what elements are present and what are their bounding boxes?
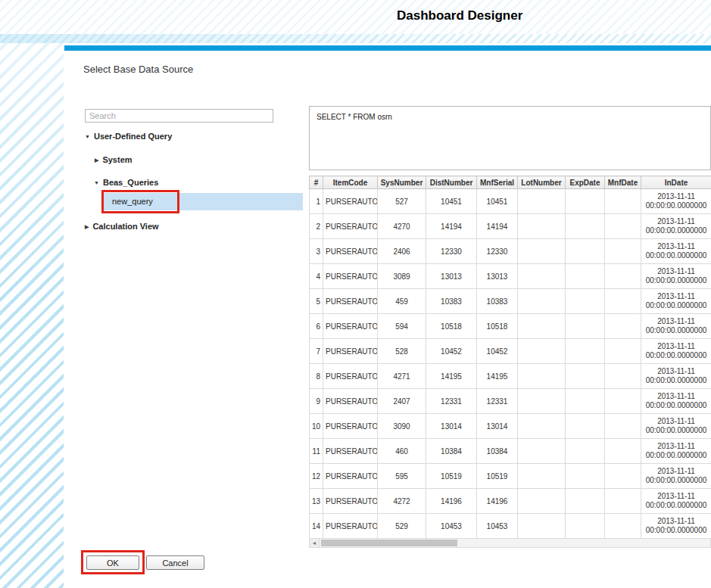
column-header-sysnumber[interactable]: SysNumber <box>378 176 426 189</box>
tree-item-user-defined-query[interactable]: ▼User-Defined Query <box>85 132 172 141</box>
cell-sysnumber: 595 <box>378 464 426 489</box>
table-row[interactable]: 1PURSERAUTO52710451104512013-11-1100:00:… <box>310 189 711 214</box>
horizontal-scrollbar[interactable]: ◄ <box>309 538 711 548</box>
cell-distnumber: 12330 <box>426 239 477 264</box>
tree-item-calculation-view[interactable]: ▶Calculation View <box>85 222 159 231</box>
column-header-row-number[interactable]: # <box>310 176 323 189</box>
table-row[interactable]: 13PURSERAUTO427214196141962013-11-1100:0… <box>310 489 711 514</box>
app-header: Dashboard Designer <box>0 0 711 34</box>
dialog-title: Select Base Data Source <box>83 64 193 75</box>
cell-mnfserial: 10383 <box>477 289 518 314</box>
cell-indate: 2013-11-1100:00:00.0000000 <box>641 439 711 464</box>
cell-indate: 2013-11-1100:00:00.0000000 <box>641 239 711 264</box>
cell-lotnumber <box>518 289 566 314</box>
cell-mnfserial: 13013 <box>477 264 518 289</box>
cell-sysnumber: 4270 <box>378 214 426 239</box>
sql-preview[interactable]: SELECT * FROM osrn <box>309 106 711 170</box>
table-row[interactable]: 5PURSERAUTO45910383103832013-11-1100:00:… <box>310 289 711 314</box>
scroll-left-arrow-icon[interactable]: ◄ <box>310 539 320 547</box>
cell-lotnumber <box>518 364 566 389</box>
cell-indate: 2013-11-1100:00:00.0000000 <box>641 389 711 414</box>
cell-lotnumber <box>518 314 566 339</box>
cell-row-number: 12 <box>310 464 323 489</box>
cell-mnfserial: 14194 <box>477 214 518 239</box>
cell-itemcode: PURSERAUTO <box>323 239 378 264</box>
table-row[interactable]: 9PURSERAUTO240712331123312013-11-1100:00… <box>310 389 711 414</box>
tree-item-label: User-Defined Query <box>94 132 172 141</box>
cell-lotnumber <box>518 214 566 239</box>
cell-mnfserial: 14196 <box>477 489 518 514</box>
cell-distnumber: 10383 <box>426 289 477 314</box>
table-row[interactable]: 8PURSERAUTO427114195141952013-11-1100:00… <box>310 364 711 389</box>
column-header-indate[interactable]: InDate <box>641 176 711 189</box>
cell-indate: 2013-11-1100:00:00.0000000 <box>641 414 711 439</box>
column-header-lotnumber[interactable]: LotNumber <box>518 176 566 189</box>
cell-sysnumber: 459 <box>378 289 426 314</box>
cell-lotnumber <box>518 239 566 264</box>
scrollbar-thumb[interactable] <box>321 540 457 546</box>
cell-lotnumber <box>518 514 566 539</box>
cell-lotnumber <box>518 489 566 514</box>
cell-mnfdate <box>605 464 641 489</box>
cell-expdate <box>566 514 605 539</box>
cell-indate: 2013-11-1100:00:00.0000000 <box>641 189 711 214</box>
table-row[interactable]: 2PURSERAUTO427014194141942013-11-1100:00… <box>310 214 711 239</box>
cell-mnfserial: 10452 <box>477 339 518 364</box>
tree-item-system[interactable]: ▶System <box>95 155 133 164</box>
result-table: #ItemCodeSysNumberDistNumberMnfSerialLot… <box>309 176 711 539</box>
cell-distnumber: 14195 <box>426 364 477 389</box>
cell-row-number: 9 <box>310 389 323 414</box>
table-row[interactable]: 3PURSERAUTO240612330123302013-11-1100:00… <box>310 239 711 264</box>
cell-expdate <box>566 414 605 439</box>
table-row[interactable]: 4PURSERAUTO308913013130132013-11-1100:00… <box>310 264 711 289</box>
table-row[interactable]: 10PURSERAUTO309013014130142013-11-1100:0… <box>310 414 711 439</box>
cell-mnfdate <box>605 389 641 414</box>
cell-row-number: 5 <box>310 289 323 314</box>
ok-button[interactable]: OK <box>86 555 139 570</box>
cell-itemcode: PURSERAUTO <box>323 214 378 239</box>
cell-mnfserial: 14195 <box>477 364 518 389</box>
table-row[interactable]: 14PURSERAUTO52910453104532013-11-1100:00… <box>310 514 711 539</box>
column-header-itemcode[interactable]: ItemCode <box>323 176 378 189</box>
cell-itemcode: PURSERAUTO <box>323 364 378 389</box>
cell-lotnumber <box>518 389 566 414</box>
table-row[interactable]: 6PURSERAUTO59410518105182013-11-1100:00:… <box>310 314 711 339</box>
cell-distnumber: 10453 <box>426 514 477 539</box>
cell-lotnumber <box>518 439 566 464</box>
cell-itemcode: PURSERAUTO <box>323 439 378 464</box>
column-header-distnumber[interactable]: DistNumber <box>426 176 477 189</box>
cell-mnfdate <box>605 239 641 264</box>
cell-indate: 2013-11-1100:00:00.0000000 <box>641 314 711 339</box>
cell-sysnumber: 460 <box>378 439 426 464</box>
column-header-expdate[interactable]: ExpDate <box>566 176 605 189</box>
cell-mnfserial: 10384 <box>477 439 518 464</box>
tree-item-new-query[interactable]: new_query <box>104 193 303 210</box>
column-header-mnfserial[interactable]: MnfSerial <box>477 176 518 189</box>
cell-indate: 2013-11-1100:00:00.0000000 <box>641 339 711 364</box>
table-row[interactable]: 12PURSERAUTO59510519105192013-11-1100:00… <box>310 464 711 489</box>
dialog-accent-bar <box>64 45 711 51</box>
table-row[interactable]: 11PURSERAUTO46010384103842013-11-1100:00… <box>310 439 711 464</box>
table-row[interactable]: 7PURSERAUTO52810452104522013-11-1100:00:… <box>310 339 711 364</box>
cell-mnfserial: 12331 <box>477 389 518 414</box>
tree-item-label: System <box>102 155 132 164</box>
column-header-mnfdate[interactable]: MnfDate <box>605 176 641 189</box>
cell-itemcode: PURSERAUTO <box>323 339 378 364</box>
cell-expdate <box>566 389 605 414</box>
cell-sysnumber: 527 <box>378 189 426 214</box>
cell-expdate <box>566 264 605 289</box>
cell-indate: 2013-11-1100:00:00.0000000 <box>641 464 711 489</box>
cell-expdate <box>566 189 605 214</box>
cell-expdate <box>566 439 605 464</box>
cell-mnfdate <box>605 514 641 539</box>
cell-row-number: 6 <box>310 314 323 339</box>
screen: { "colors": { "accent_blue": "#089ddc", … <box>0 0 711 588</box>
cell-itemcode: PURSERAUTO <box>323 389 378 414</box>
search-input[interactable] <box>85 109 273 123</box>
cell-distnumber: 12331 <box>426 389 477 414</box>
cancel-button[interactable]: Cancel <box>146 555 204 570</box>
cell-expdate <box>566 239 605 264</box>
cell-indate: 2013-11-1100:00:00.0000000 <box>641 514 711 539</box>
cell-itemcode: PURSERAUTO <box>323 514 378 539</box>
tree-item-beas-queries[interactable]: ▼Beas_Queries <box>94 178 158 187</box>
